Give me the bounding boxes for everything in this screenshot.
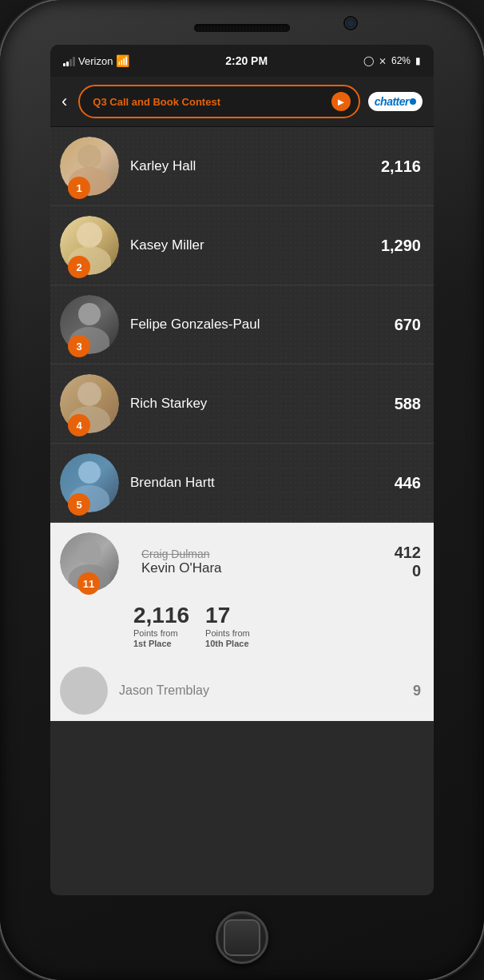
app-screen: ‹ Q3 Call and Book Contest ► chatter bbox=[50, 77, 434, 721]
rank-badge: 1 bbox=[68, 177, 90, 199]
app-header: ‹ Q3 Call and Book Contest ► chatter bbox=[50, 77, 434, 127]
table-row[interactable]: 5 Brendan Hartt 446 bbox=[50, 444, 434, 523]
chatter-dot bbox=[410, 98, 416, 105]
stat-1st-value: 2,116 bbox=[133, 603, 189, 628]
player-info: Kasey Miller 1,290 bbox=[130, 237, 421, 255]
home-button-inner bbox=[224, 919, 260, 956]
table-row[interactable]: Jason Tremblay 9 bbox=[50, 660, 434, 721]
player-info: Rich Starkey 588 bbox=[130, 395, 421, 413]
opponent-name: Kevin O'Hara bbox=[141, 560, 395, 576]
chatter-logo[interactable]: chatter bbox=[368, 92, 423, 111]
player-name: Karley Hall bbox=[130, 158, 196, 174]
status-left: Verizon 📶 bbox=[63, 54, 129, 67]
current-user-info: Craig Dulman Kevin O'Hara bbox=[141, 548, 395, 576]
player-score: 446 bbox=[395, 474, 421, 492]
status-bar: Verizon 📶 2:20 PM ◯ ⨯ 62% ▮ bbox=[50, 45, 434, 77]
player-name: Brendan Hartt bbox=[130, 475, 215, 491]
player-info: Brendan Hartt 446 bbox=[130, 474, 421, 492]
signal-bar-1 bbox=[63, 63, 65, 66]
screen: Verizon 📶 2:20 PM ◯ ⨯ 62% ▮ ‹ Q3 Call an… bbox=[50, 45, 434, 895]
current-user-stats: 2,116 Points from 1st Place 17 Points fr… bbox=[50, 596, 434, 660]
bluetooth-icon: ⨯ bbox=[379, 55, 387, 66]
stat-10th-value: 17 bbox=[205, 603, 250, 628]
player-name: Rich Starkey bbox=[130, 396, 207, 412]
current-user-top: 11 Craig Dulman Kevin O'Hara 412 0 bbox=[50, 523, 434, 596]
wifi-icon: 📶 bbox=[116, 54, 129, 67]
avatar bbox=[60, 667, 108, 715]
player-score: 588 bbox=[395, 395, 421, 413]
chatter-label: chatter bbox=[375, 95, 409, 108]
battery-icon: ▮ bbox=[415, 55, 421, 66]
player-info: Felipe Gonzales-Paul 670 bbox=[130, 316, 421, 334]
rank-badge: 3 bbox=[68, 335, 90, 357]
status-right: ◯ ⨯ 62% ▮ bbox=[363, 55, 421, 66]
stat-1st-label: Points from 1st Place bbox=[133, 628, 189, 649]
phone-frame: Verizon 📶 2:20 PM ◯ ⨯ 62% ▮ ‹ Q3 Call an… bbox=[0, 0, 484, 980]
rank-badge: 4 bbox=[68, 414, 90, 436]
camera bbox=[345, 18, 356, 29]
player-name: Jason Tremblay bbox=[119, 683, 413, 698]
alarm-icon: ◯ bbox=[363, 55, 374, 66]
rank-badge: 5 bbox=[68, 493, 90, 516]
battery-label: 62% bbox=[391, 55, 411, 66]
player-name: Kasey Miller bbox=[130, 237, 204, 253]
table-row[interactable]: 4 Rich Starkey 588 bbox=[50, 365, 434, 444]
speaker bbox=[194, 24, 290, 32]
signal-bar-4 bbox=[73, 57, 75, 66]
current-user-score: 412 bbox=[395, 544, 421, 562]
signal-bars bbox=[63, 55, 75, 66]
opponent-score: 0 bbox=[412, 562, 421, 580]
contest-title: Q3 Call and Book Contest bbox=[93, 96, 220, 108]
table-row[interactable]: 2 Kasey Miller 1,290 bbox=[50, 206, 434, 285]
table-row[interactable]: 1 Karley Hall 2,116 bbox=[50, 127, 434, 206]
contest-pill[interactable]: Q3 Call and Book Contest ► bbox=[78, 85, 359, 118]
signal-bar-3 bbox=[69, 59, 72, 66]
current-user-panel: 11 Craig Dulman Kevin O'Hara 412 0 bbox=[50, 523, 434, 721]
current-user-scores: 412 0 bbox=[395, 544, 421, 580]
player-name: Felipe Gonzales-Paul bbox=[130, 317, 260, 333]
player-score: 9 bbox=[413, 683, 421, 699]
crossed-out-name: Craig Dulman bbox=[141, 548, 395, 560]
rank-badge: 2 bbox=[68, 256, 90, 278]
back-button[interactable]: ‹ bbox=[61, 93, 67, 110]
arrow-icon: ► bbox=[335, 96, 346, 108]
player-score: 670 bbox=[395, 316, 421, 334]
signal-bar-2 bbox=[66, 62, 69, 66]
current-user-rank-badge: 11 bbox=[77, 572, 100, 595]
home-button[interactable] bbox=[216, 911, 268, 964]
contest-arrow-button[interactable]: ► bbox=[331, 92, 351, 111]
player-score: 1,290 bbox=[381, 237, 421, 255]
player-info: Karley Hall 2,116 bbox=[130, 157, 421, 176]
stat-10th-label: Points from 10th Place bbox=[205, 628, 250, 649]
leaderboard: 1 Karley Hall 2,116 bbox=[50, 127, 434, 721]
stat-10th-place: 17 Points from 10th Place bbox=[205, 603, 250, 649]
stat-1st-place: 2,116 Points from 1st Place bbox=[133, 603, 189, 649]
carrier-label: Verizon bbox=[78, 55, 113, 67]
player-score: 2,116 bbox=[381, 157, 421, 176]
table-row[interactable]: 3 Felipe Gonzales-Paul 670 bbox=[50, 285, 434, 365]
time-display: 2:20 PM bbox=[225, 54, 268, 67]
